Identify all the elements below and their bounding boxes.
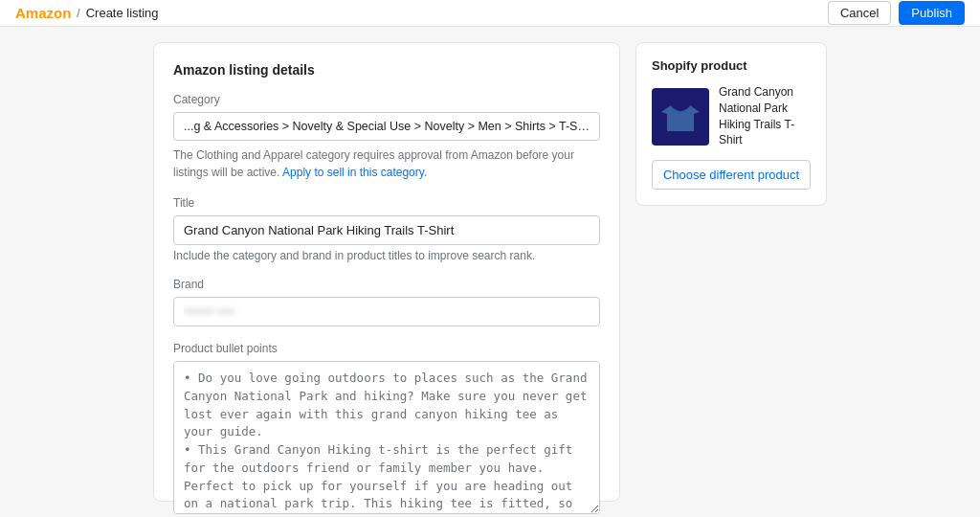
brand-input[interactable]: [173, 297, 600, 326]
brand-field-group: Brand: [173, 278, 600, 326]
right-panel: Shopify product Grand Canyon National Pa…: [635, 42, 827, 502]
category-note: The Clothing and Apparel category requir…: [173, 146, 600, 181]
product-info: Grand Canyon National Park Hiking Trails…: [652, 84, 811, 148]
publish-button[interactable]: Publish: [899, 1, 965, 25]
header: Amazon / Create listing Cancel Publish: [0, 0, 980, 27]
category-field-group: Category ...g & Accessories > Novelty & …: [173, 93, 600, 181]
category-label: Category: [173, 93, 600, 106]
title-field-group: Title Include the category and brand in …: [173, 196, 600, 262]
brand-label: Brand: [173, 278, 600, 291]
page-title: Create listing: [86, 6, 159, 20]
category-breadcrumb: ...g & Accessories > Novelty & Special U…: [173, 112, 600, 141]
header-actions: Cancel Publish: [828, 1, 965, 25]
title-hint: Include the category and brand in produc…: [173, 249, 600, 262]
breadcrumb-sep: /: [77, 7, 79, 20]
amazon-logo: Amazon: [15, 5, 71, 21]
header-left: Amazon / Create listing: [15, 5, 159, 21]
product-image: [652, 88, 709, 146]
tshirt-icon: [661, 98, 700, 136]
bullet-field-group: Product bullet points • Do you love goin…: [173, 342, 600, 517]
title-label: Title: [173, 196, 600, 210]
product-name: Grand Canyon National Park Hiking Trails…: [719, 84, 811, 148]
shopify-card: Shopify product Grand Canyon National Pa…: [635, 42, 827, 206]
panel-title: Amazon listing details: [173, 62, 600, 78]
left-panel: Amazon listing details Category ...g & A…: [153, 42, 620, 502]
category-apply-link[interactable]: Apply to sell in this category.: [282, 166, 427, 179]
main-content: Amazon listing details Category ...g & A…: [0, 27, 980, 517]
cancel-button[interactable]: Cancel: [828, 1, 891, 25]
shopify-card-title: Shopify product: [652, 58, 811, 73]
bullet-label: Product bullet points: [173, 342, 600, 355]
bullet-textarea[interactable]: • Do you love going outdoors to places s…: [173, 361, 600, 514]
choose-product-button[interactable]: Choose different product: [652, 160, 811, 190]
title-input[interactable]: [173, 215, 600, 245]
